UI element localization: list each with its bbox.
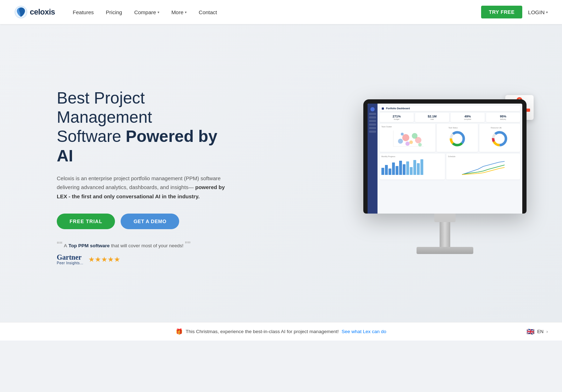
svg-point-8 [415, 137, 422, 143]
dashboard: Portfolio Dashboard 271% budget $2.1M [368, 104, 522, 214]
hero-left: Best Project Management Software Powered… [57, 88, 227, 265]
svg-point-9 [401, 133, 404, 136]
dashboard-charts-row1: Team Scatter [380, 124, 520, 152]
chart-label: Monthly Progress [381, 155, 443, 158]
rating-stars: ★★★★★ [88, 255, 120, 264]
flag-icon: 🇬🇧 [527, 328, 534, 336]
metric-value: 271% [381, 115, 412, 118]
sidebar-logo-dot [370, 107, 375, 111]
sidebar-item [369, 127, 376, 129]
bar-item [396, 166, 398, 175]
svg-point-10 [418, 143, 422, 147]
bar-item [417, 163, 420, 175]
metric-card: 95% delivery [486, 113, 520, 122]
monitor-wrap: Portfolio Dashboard 271% budget $2.1M [363, 99, 527, 254]
free-trial-button[interactable]: FREE TRIAL [57, 214, 115, 229]
bar-chart [381, 159, 443, 175]
footer-link[interactable]: See what Lex can do [342, 329, 386, 334]
dashboard-sidebar [368, 104, 378, 214]
bubble-chart-svg [381, 129, 434, 149]
try-free-button[interactable]: TRY FREE [481, 6, 522, 18]
nav-right: TRY FREE LOGIN ▾ [481, 6, 548, 18]
metric-value: 95% [488, 115, 518, 118]
bar-item [420, 159, 423, 175]
hero-quote: ““ A Top PPM software that will cover mo… [57, 242, 227, 249]
bar-item [385, 165, 388, 175]
svg-point-4 [402, 134, 409, 141]
dashboard-title: Portfolio Dashboard [386, 107, 410, 110]
dashboard-main: Portfolio Dashboard 271% budget $2.1M [378, 104, 522, 214]
nav-compare[interactable]: Compare ▾ [134, 9, 159, 15]
bar-item [410, 167, 413, 175]
footer-bar-wrap: 🎁 This Christmas, experience the best-in… [0, 322, 562, 341]
chart-label: Task Status [448, 127, 466, 129]
bar-item [399, 161, 402, 175]
dashboard-charts-row2: Monthly Progress [380, 154, 520, 180]
line-chart-card: Schedule [446, 154, 520, 180]
compare-chevron-icon: ▾ [158, 10, 159, 14]
hero-buttons: FREE TRIAL GET A DEMO [57, 214, 227, 229]
bubble-chart-card: Team Scatter [380, 124, 435, 152]
bar-item [381, 168, 384, 175]
chart-label: Team Scatter [381, 126, 434, 128]
svg-point-7 [406, 142, 410, 146]
metric-card: 49% complete [451, 113, 485, 122]
metric-label: delivery [488, 118, 518, 120]
close-quote-mark: ”” [185, 241, 191, 249]
bar-item [413, 160, 416, 175]
svg-point-5 [409, 140, 413, 144]
celoxis-logo-icon [14, 5, 28, 19]
chart-label: Schedule [448, 155, 518, 158]
metric-value: $2.1M [417, 115, 447, 118]
footer-lang: 🇬🇧 EN › [527, 328, 548, 336]
hero-section: Best Project Management Software Powered… [0, 24, 562, 322]
sidebar-item [369, 123, 376, 126]
open-quote-mark: ““ [57, 241, 62, 249]
logo[interactable]: celoxis [14, 5, 55, 19]
metric-card: $2.1M total [415, 113, 449, 122]
navbar: celoxis Features Pricing Compare ▾ More … [0, 0, 562, 24]
gift-icon: 🎁 [176, 328, 183, 335]
footer-bar: 🎁 This Christmas, experience the best-in… [0, 322, 562, 341]
donut-chart-card-1: Task Status [437, 124, 478, 152]
metric-label: budget [381, 118, 412, 120]
login-chevron-icon: ▾ [546, 10, 548, 14]
lang-chevron-icon[interactable]: › [546, 329, 548, 334]
svg-point-3 [398, 139, 403, 144]
donut-svg-1 [448, 130, 466, 148]
more-chevron-icon: ▾ [185, 10, 187, 14]
nav-pricing[interactable]: Pricing [106, 9, 122, 15]
hero-right: G Leader SPRING 2024 [363, 99, 527, 254]
nav-more[interactable]: More ▾ [171, 9, 187, 15]
logo-text: celoxis [30, 7, 55, 17]
hero-title: Best Project Management Software Powered… [57, 88, 227, 165]
nav-features[interactable]: Features [73, 9, 94, 15]
donut-svg-2 [491, 130, 508, 148]
donut-chart-card-2: Resource Util. [479, 124, 520, 152]
monitor-base [417, 247, 473, 254]
monitor-stand-mid [440, 222, 450, 247]
hero-description: Celoxis is an enterprise project portfol… [57, 174, 227, 201]
gartner-logo: Gartner Peer Insights... [57, 253, 83, 265]
chart-label: Resource Util. [491, 127, 508, 129]
monitor: Portfolio Dashboard 271% budget $2.1M [363, 99, 527, 214]
monitor-stand-top [434, 214, 456, 222]
metric-label: complete [452, 118, 483, 120]
get-demo-button[interactable]: GET A DEMO [121, 214, 179, 229]
sidebar-item [369, 116, 376, 118]
bar-item [389, 169, 391, 175]
line-chart-svg [448, 159, 518, 176]
login-button[interactable]: LOGIN ▾ [528, 9, 548, 15]
nav-contact[interactable]: Contact [199, 9, 217, 15]
lang-label: EN [537, 329, 544, 334]
metric-value: 49% [452, 115, 483, 118]
sidebar-item [369, 113, 376, 115]
dashboard-metrics: 271% budget $2.1M total 49% complete [380, 113, 520, 122]
bar-item [406, 161, 409, 175]
gartner-wrap: Gartner Peer Insights... ★★★★★ [57, 253, 227, 265]
sidebar-item [369, 120, 376, 122]
metric-label: total [417, 118, 447, 120]
bar-item [403, 164, 406, 175]
dashboard-header: Portfolio Dashboard [380, 106, 520, 111]
bar-item [392, 162, 395, 175]
